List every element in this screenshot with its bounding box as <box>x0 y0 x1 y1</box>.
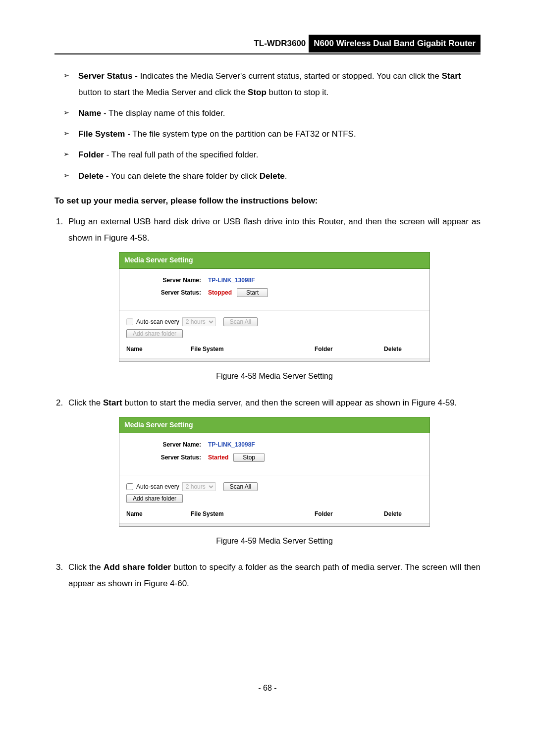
th-name: Name <box>126 510 191 518</box>
start-button[interactable]: Start <box>237 288 268 297</box>
table-header: Name File System Folder Delete <box>119 508 429 523</box>
divider <box>119 310 429 310</box>
list-item: Delete - You can delete the share folder… <box>63 168 481 184</box>
figure-caption: Figure 4-58 Media Server Setting <box>68 369 481 384</box>
definition-list: Server Status - Indicates the Media Serv… <box>54 68 481 184</box>
th-folder: Folder <box>315 345 384 353</box>
scan-interval-select[interactable]: 2 hours <box>182 317 215 326</box>
status-value: Stopped <box>208 289 232 297</box>
panel-footer <box>119 358 429 361</box>
server-status-row: Server Status: Stopped Start <box>126 288 423 297</box>
scan-interval-select[interactable]: 2 hours <box>182 482 215 491</box>
add-folder-row: Add share folder <box>126 329 423 338</box>
setup-heading: To set up your media server, please foll… <box>54 193 481 209</box>
page-number: - 68 - <box>54 681 481 696</box>
th-delete: Delete <box>384 510 423 518</box>
th-delete: Delete <box>384 345 423 353</box>
list-item: Folder - The real full path of the speci… <box>63 147 481 163</box>
steps-list: Plug an external USB hard disk drive or … <box>54 214 481 592</box>
add-folder-row: Add share folder <box>126 494 423 503</box>
scan-all-button[interactable]: Scan All <box>223 317 258 326</box>
scan-all-button[interactable]: Scan All <box>223 482 258 491</box>
auto-scan-label: Auto-scan every <box>136 318 179 326</box>
panel-controls: Auto-scan every 2 hours Scan All Add sha… <box>119 479 429 508</box>
server-status-row: Server Status: Started Stop <box>126 453 423 462</box>
step-item: Plug an external USB hard disk drive or … <box>65 214 481 384</box>
th-folder: Folder <box>315 510 384 518</box>
add-share-folder-button[interactable]: Add share folder <box>126 329 183 338</box>
stop-button[interactable]: Stop <box>233 453 265 462</box>
table-header: Name File System Folder Delete <box>119 343 429 358</box>
auto-scan-row: Auto-scan every 2 hours Scan All <box>126 317 423 326</box>
panel-title: Media Server Setting <box>119 252 430 269</box>
product-badge: N600 Wireless Dual Band Gigabit Router <box>309 35 481 52</box>
server-name-row: Server Name: TP-LINK_13098F <box>126 276 423 285</box>
panel-body: Server Name: TP-LINK_13098F Server Statu… <box>119 268 429 306</box>
divider <box>119 475 429 475</box>
list-item: Server Status - Indicates the Media Serv… <box>63 68 481 101</box>
th-filesystem: File System <box>191 345 315 353</box>
list-item: Name - The display name of this folder. <box>63 105 481 121</box>
panel-controls: Auto-scan every 2 hours Scan All Add sha… <box>119 314 429 343</box>
add-share-folder-button[interactable]: Add share folder <box>126 494 183 503</box>
step-item: Click the Add share folder button to spe… <box>65 559 481 592</box>
auto-scan-label: Auto-scan every <box>136 483 179 491</box>
status-value: Started <box>208 454 228 462</box>
auto-scan-checkbox[interactable] <box>126 483 133 490</box>
figure-caption: Figure 4-59 Media Server Setting <box>68 534 481 549</box>
media-server-panel-started: Media Server Setting Server Name: TP-LIN… <box>119 417 430 527</box>
th-filesystem: File System <box>191 510 315 518</box>
media-server-panel-stopped: Media Server Setting Server Name: TP-LIN… <box>119 252 430 362</box>
doc-header: TL-WDR3600 N600 Wireless Dual Band Gigab… <box>54 35 481 54</box>
step-item: Click the Start button to start the medi… <box>65 395 481 549</box>
panel-title: Media Server Setting <box>119 417 430 434</box>
auto-scan-row: Auto-scan every 2 hours Scan All <box>126 482 423 491</box>
th-name: Name <box>126 345 191 353</box>
list-item: File System - The file system type on th… <box>63 126 481 142</box>
model-label: TL-WDR3600 <box>251 35 309 52</box>
panel-footer <box>119 523 429 526</box>
auto-scan-checkbox[interactable] <box>126 318 133 325</box>
panel-body: Server Name: TP-LINK_13098F Server Statu… <box>119 433 429 471</box>
server-name-row: Server Name: TP-LINK_13098F <box>126 441 423 449</box>
